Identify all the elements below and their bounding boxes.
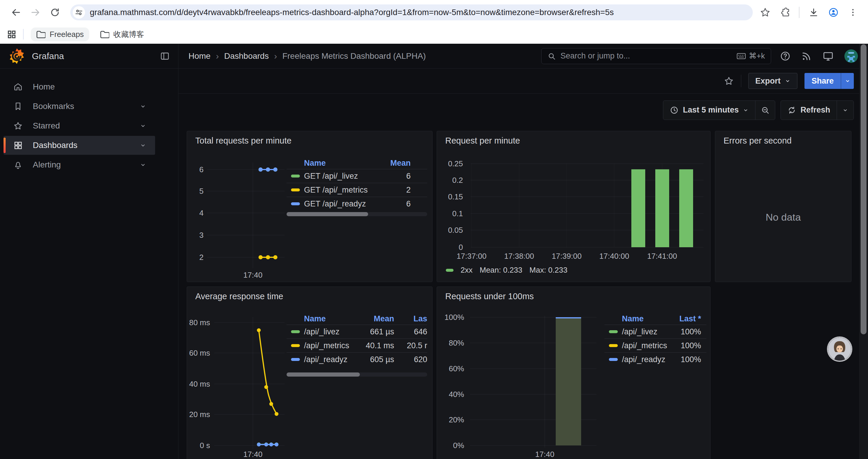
panel-request-per-minute[interactable]: Request per minute 0.25 0.2 0.15 0.1 0.0… xyxy=(437,131,711,282)
sidebar-item-alerting[interactable]: Alerting xyxy=(4,155,155,174)
legend-col-mean[interactable]: Mean xyxy=(353,314,394,323)
legend-scrollbar[interactable] xyxy=(286,212,427,216)
url-bar[interactable]: grafana.mathmast.com/d/deytv4rwavabkb/fr… xyxy=(70,4,753,21)
sidebar-item-label: Home xyxy=(33,82,55,92)
breadcrumb-dashboards[interactable]: Dashboards xyxy=(224,52,269,61)
clock-icon xyxy=(670,106,679,114)
y-tick: 0% xyxy=(437,441,464,450)
legend-col-name[interactable]: Name xyxy=(304,314,353,323)
series-mean: Mean: 0.233 xyxy=(479,266,522,275)
site-settings-icon[interactable] xyxy=(73,6,85,19)
legend-row[interactable]: GET /api/_livez 6 xyxy=(286,169,427,183)
legend-col-name[interactable]: Name xyxy=(304,159,375,168)
no-data-message: No data xyxy=(715,211,851,223)
apps-grid-icon[interactable] xyxy=(7,30,16,39)
reload-button[interactable] xyxy=(47,4,63,21)
panel-title[interactable]: Total requests per minute xyxy=(195,136,291,145)
grafana-app: Grafana Home Bookmarks Starred Dashboar xyxy=(0,44,868,459)
panel-title[interactable]: Request per minute xyxy=(445,136,520,145)
chevron-down-icon[interactable] xyxy=(140,103,146,109)
favorite-star-icon[interactable] xyxy=(724,76,734,86)
legend-scrollbar[interactable] xyxy=(286,372,427,376)
sidebar-item-label: Alerting xyxy=(33,160,61,169)
scrollbar-thumb[interactable] xyxy=(861,44,867,334)
legend-col-last[interactable]: Last * xyxy=(674,314,706,323)
monitor-icon[interactable] xyxy=(823,51,834,62)
panel-title[interactable]: Errors per second xyxy=(723,136,792,145)
sidebar-item-home[interactable]: Home xyxy=(4,77,155,96)
floating-assistant-avatar[interactable] xyxy=(828,338,851,361)
series-swatch xyxy=(609,358,618,361)
x-tick: 17:40 xyxy=(524,450,565,459)
legend[interactable]: 2xx Mean: 0.233 Max: 0.233 xyxy=(446,266,567,275)
time-range-picker[interactable]: Last 5 minutes xyxy=(663,101,755,120)
legend-row[interactable]: /api/_metrics 100% xyxy=(604,338,706,352)
share-menu-button[interactable] xyxy=(841,73,854,89)
legend-col-last[interactable]: Las xyxy=(394,314,427,323)
series-swatch xyxy=(291,344,300,347)
legend-col-name[interactable]: Name xyxy=(622,314,674,323)
series-name: /api/_metrics xyxy=(622,341,674,350)
panel-average-response-time[interactable]: Average response time 80 ms 60 ms 40 ms … xyxy=(187,287,433,459)
reload-icon xyxy=(50,7,60,18)
legend-col-mean[interactable]: Mean xyxy=(375,159,411,168)
chevron-down-icon[interactable] xyxy=(140,162,146,168)
panel-requests-under-100ms[interactable]: Requests under 100ms 100% 80% 60% 40% 20… xyxy=(437,287,711,459)
legend-row[interactable]: /api/_metrics 40.1 ms 20.5 r xyxy=(286,338,427,352)
panel-errors-per-second[interactable]: Errors per second No data xyxy=(715,131,851,282)
bookmark-folder-freeleaps[interactable]: Freeleaps xyxy=(31,28,89,41)
legend-table: Name Mean Las /api/_livez 661 µs 646 /ap… xyxy=(286,313,427,366)
panel-title[interactable]: Average response time xyxy=(195,292,283,301)
forward-button[interactable] xyxy=(27,4,44,21)
sidebar-item-label: Bookmarks xyxy=(33,102,74,111)
url-text[interactable]: grafana.mathmast.com/d/deytv4rwavabkb/fr… xyxy=(90,8,746,17)
back-button[interactable] xyxy=(8,4,24,21)
zoom-out-button[interactable] xyxy=(755,101,775,120)
profile-icon[interactable] xyxy=(828,7,839,18)
user-avatar[interactable] xyxy=(844,49,858,63)
menu-dots-icon[interactable] xyxy=(848,7,858,18)
bookmark-star-icon[interactable] xyxy=(760,7,771,18)
panel-total-requests[interactable]: Total requests per minute 6 5 4 3 2 17:4… xyxy=(187,131,433,282)
export-label: Export xyxy=(755,76,780,86)
grafana-logo[interactable] xyxy=(8,47,25,65)
legend-table: Name Mean GET /api/_livez 6 GET /api/_me… xyxy=(286,157,427,210)
bookmark-folder-label: 收藏博客 xyxy=(114,29,144,40)
y-tick: 20 ms xyxy=(187,410,210,419)
export-button[interactable]: Export xyxy=(748,73,797,89)
breadcrumb-home[interactable]: Home xyxy=(188,52,211,61)
page-scrollbar[interactable] xyxy=(859,44,868,459)
chevron-down-icon[interactable] xyxy=(140,142,146,149)
news-rss-icon[interactable] xyxy=(801,51,812,61)
sidebar-collapse-icon[interactable] xyxy=(160,51,170,61)
refresh-interval-button[interactable] xyxy=(837,101,854,120)
sidebar-item-bookmarks[interactable]: Bookmarks xyxy=(4,97,155,116)
series-mean: 661 µs xyxy=(353,327,394,336)
series-swatch xyxy=(609,344,618,347)
search-placeholder: Search or jump to... xyxy=(560,52,732,61)
legend-row[interactable]: GET /api/_readyz 6 xyxy=(286,197,427,210)
share-button[interactable]: Share xyxy=(804,73,854,89)
active-indicator xyxy=(4,138,6,153)
refresh-button[interactable]: Refresh xyxy=(781,101,837,120)
breadcrumb-separator: › xyxy=(274,51,277,61)
legend-row[interactable]: /api/_livez 661 µs 646 xyxy=(286,325,427,338)
legend-row[interactable]: /api/_readyz 100% xyxy=(604,352,706,366)
sidebar-item-starred[interactable]: Starred xyxy=(4,117,155,135)
help-icon[interactable] xyxy=(780,51,790,61)
sidebar-item-dashboards[interactable]: Dashboards xyxy=(4,136,155,155)
legend-row[interactable]: /api/_readyz 605 µs 620 xyxy=(286,352,427,366)
legend-row[interactable]: GET /api/_metrics 2 xyxy=(286,183,427,197)
chevron-down-icon[interactable] xyxy=(140,123,146,129)
chevron-down-icon xyxy=(785,78,790,84)
download-icon[interactable] xyxy=(808,7,819,18)
bookmark-folder-blogs[interactable]: 收藏博客 xyxy=(95,27,150,42)
extensions-icon[interactable] xyxy=(779,7,790,18)
sidebar-item-label: Starred xyxy=(33,121,60,131)
home-icon xyxy=(13,82,23,92)
legend-row[interactable]: /api/_livez 100% xyxy=(604,325,706,338)
search-input[interactable]: Search or jump to... ⌘+k xyxy=(541,48,771,64)
panel-title[interactable]: Requests under 100ms xyxy=(445,292,534,301)
series-last: 100% xyxy=(674,327,706,336)
sidebar-item-label: Dashboards xyxy=(33,140,78,150)
